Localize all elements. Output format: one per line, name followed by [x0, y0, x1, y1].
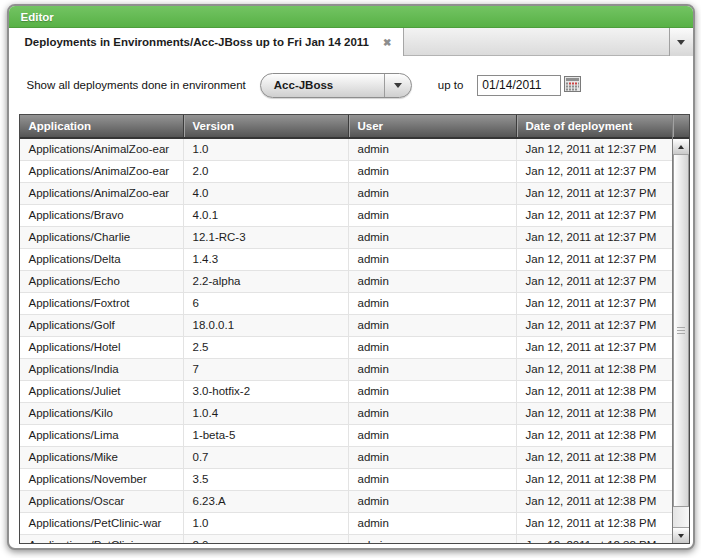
table-row[interactable]: Applications/Kilo1.0.4adminJan 12, 2011 …: [20, 403, 672, 425]
cell-user: admin: [348, 535, 516, 543]
table-row[interactable]: Applications/AnimalZoo-ear1.0adminJan 12…: [20, 139, 672, 161]
cell-application: Applications/PetClinic-war: [20, 535, 183, 543]
cell-date: Jan 12, 2011 at 12:37 PM: [516, 271, 672, 292]
cell-date: Jan 12, 2011 at 12:37 PM: [516, 315, 672, 336]
table-row[interactable]: Applications/Echo2.2-alphaadminJan 12, 2…: [20, 271, 672, 293]
cell-version: 1.0.4: [183, 403, 348, 424]
cell-version: 3.0-hotfix-2: [183, 381, 348, 402]
scrollbar-thumb[interactable]: [673, 155, 689, 507]
cell-date: Jan 12, 2011 at 12:37 PM: [516, 337, 672, 358]
cell-application: Applications/November: [20, 469, 183, 490]
cell-user: admin: [348, 447, 516, 468]
cell-date: Jan 12, 2011 at 12:38 PM: [516, 469, 672, 490]
vertical-scrollbar[interactable]: [672, 115, 689, 543]
date-input[interactable]: [477, 75, 561, 96]
cell-application: Applications/PetClinic-war: [20, 513, 183, 534]
cell-user: admin: [348, 425, 516, 446]
cell-user: admin: [348, 513, 516, 534]
calendar-icon[interactable]: [564, 76, 581, 94]
cell-version: 1.4.3: [183, 249, 348, 270]
cell-date: Jan 12, 2011 at 12:37 PM: [516, 227, 672, 248]
table-row[interactable]: Applications/AnimalZoo-ear4.0adminJan 12…: [20, 183, 672, 205]
table-row[interactable]: Applications/Oscar6.23.AadminJan 12, 201…: [20, 491, 672, 513]
cell-user: admin: [348, 315, 516, 336]
editor-window: Editor Deployments in Environments/Acc-J…: [7, 4, 695, 550]
cell-user: admin: [348, 227, 516, 248]
scrollbar-track[interactable]: [673, 155, 689, 527]
chevron-down-icon: [394, 83, 402, 88]
arrow-up-icon: [678, 145, 684, 149]
table-row[interactable]: Applications/November3.5adminJan 12, 201…: [20, 469, 672, 491]
column-header-version[interactable]: Version: [183, 115, 348, 137]
filter-toolbar: Show all deployments done in environment…: [9, 56, 693, 114]
cell-user: admin: [348, 271, 516, 292]
cell-date: Jan 12, 2011 at 12:38 PM: [516, 447, 672, 468]
table-row[interactable]: Applications/Lima1-beta-5adminJan 12, 20…: [20, 425, 672, 447]
column-header-application[interactable]: Application: [20, 115, 183, 137]
cell-application: Applications/Foxtrot: [20, 293, 183, 314]
environment-dropdown[interactable]: Acc-JBoss: [260, 73, 412, 98]
cell-application: Applications/Charlie: [20, 227, 183, 248]
cell-date: Jan 12, 2011 at 12:37 PM: [516, 293, 672, 314]
table-row[interactable]: Applications/Delta1.4.3adminJan 12, 2011…: [20, 249, 672, 271]
cell-date: Jan 12, 2011 at 12:38 PM: [516, 425, 672, 446]
cell-date: Jan 12, 2011 at 12:37 PM: [516, 139, 672, 160]
table-row[interactable]: Applications/India7adminJan 12, 2011 at …: [20, 359, 672, 381]
scrollbar-grip: [677, 327, 685, 335]
table-row[interactable]: Applications/PetClinic-war1.0adminJan 12…: [20, 513, 672, 535]
cell-application: Applications/Hotel: [20, 337, 183, 358]
scroll-up-button[interactable]: [673, 139, 689, 155]
column-header-user[interactable]: User: [348, 115, 516, 137]
cell-version: 6: [183, 293, 348, 314]
table-grid: Application Version User Date of deploym…: [20, 115, 672, 543]
table-row[interactable]: Applications/PetClinic-war2.0adminJan 12…: [20, 535, 672, 543]
cell-application: Applications/AnimalZoo-ear: [20, 161, 183, 182]
scroll-down-button[interactable]: [673, 527, 689, 543]
close-icon[interactable]: ✖: [383, 37, 391, 48]
table-row[interactable]: Applications/Charlie12.1-RC-3adminJan 12…: [20, 227, 672, 249]
table-row[interactable]: Applications/Hotel2.5adminJan 12, 2011 a…: [20, 337, 672, 359]
tab-bar: Deployments in Environments/Acc-JBoss up…: [9, 28, 693, 56]
cell-application: Applications/Echo: [20, 271, 183, 292]
deployments-table: Application Version User Date of deploym…: [19, 114, 690, 544]
tab-list-dropdown-button[interactable]: [669, 28, 693, 56]
cell-date: Jan 12, 2011 at 12:38 PM: [516, 535, 672, 543]
arrow-down-icon: [678, 534, 684, 538]
cell-user: admin: [348, 205, 516, 226]
table-row[interactable]: Applications/Foxtrot6adminJan 12, 2011 a…: [20, 293, 672, 315]
cell-user: admin: [348, 293, 516, 314]
cell-date: Jan 12, 2011 at 12:38 PM: [516, 359, 672, 380]
cell-version: 2.0: [183, 535, 348, 543]
cell-version: 2.0: [183, 161, 348, 182]
cell-version: 0.7: [183, 447, 348, 468]
table-body: Applications/AnimalZoo-ear1.0adminJan 12…: [20, 139, 672, 543]
table-row[interactable]: Applications/Bravo4.0.1adminJan 12, 2011…: [20, 205, 672, 227]
cell-user: admin: [348, 161, 516, 182]
cell-date: Jan 12, 2011 at 12:37 PM: [516, 249, 672, 270]
cell-application: Applications/Mike: [20, 447, 183, 468]
cell-version: 4.0: [183, 183, 348, 204]
table-row[interactable]: Applications/Golf18.0.0.1adminJan 12, 20…: [20, 315, 672, 337]
table-row[interactable]: Applications/Juliet3.0-hotfix-2adminJan …: [20, 381, 672, 403]
dropdown-arrow-section[interactable]: [384, 74, 411, 97]
environment-dropdown-value: Acc-JBoss: [261, 74, 384, 97]
table-header-row: Application Version User Date of deploym…: [20, 115, 672, 139]
cell-version: 4.0.1: [183, 205, 348, 226]
chevron-down-icon: [677, 40, 685, 45]
cell-version: 18.0.0.1: [183, 315, 348, 336]
cell-date: Jan 12, 2011 at 12:38 PM: [516, 403, 672, 424]
column-header-date[interactable]: Date of deployment: [516, 115, 672, 137]
cell-application: Applications/India: [20, 359, 183, 380]
cell-user: admin: [348, 491, 516, 512]
cell-date: Jan 12, 2011 at 12:38 PM: [516, 381, 672, 402]
cell-user: admin: [348, 139, 516, 160]
cell-application: Applications/AnimalZoo-ear: [20, 139, 183, 160]
cell-application: Applications/AnimalZoo-ear: [20, 183, 183, 204]
cell-user: admin: [348, 183, 516, 204]
tab-deployments[interactable]: Deployments in Environments/Acc-JBoss up…: [9, 28, 405, 56]
cell-date: Jan 12, 2011 at 12:38 PM: [516, 491, 672, 512]
table-row[interactable]: Applications/Mike0.7adminJan 12, 2011 at…: [20, 447, 672, 469]
cell-date: Jan 12, 2011 at 12:38 PM: [516, 513, 672, 534]
cell-application: Applications/Oscar: [20, 491, 183, 512]
table-row[interactable]: Applications/AnimalZoo-ear2.0adminJan 12…: [20, 161, 672, 183]
